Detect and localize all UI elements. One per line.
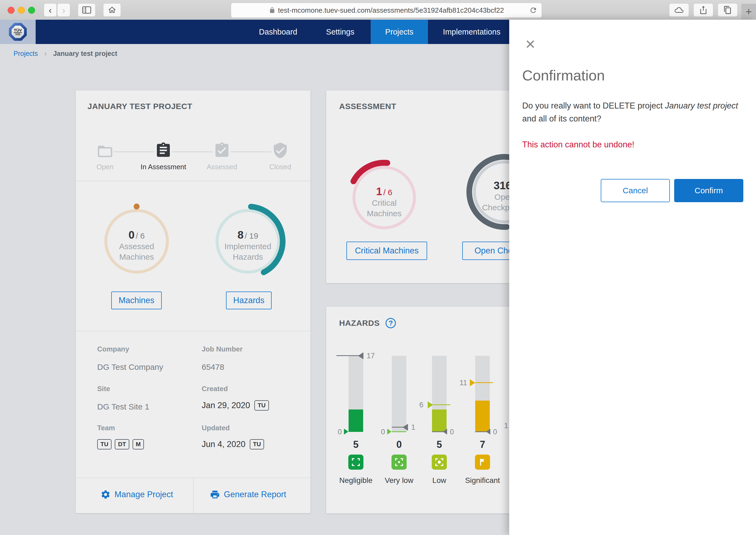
gauge-label: Hazards [233, 252, 263, 262]
close-icon[interactable]: ✕ [525, 38, 536, 51]
gauge-total: / 19 [245, 231, 258, 240]
marker-line [392, 427, 403, 428]
job-number-value: 65478 [202, 362, 224, 372]
zero-marker-line [432, 431, 444, 432]
forward-button[interactable]: › [57, 3, 70, 17]
critical-machines-button[interactable]: Critical Machines [346, 241, 427, 260]
zero-marker-arrow-icon [344, 429, 348, 435]
message-suffix: and all of its content? [522, 114, 601, 123]
job-number-label: Job Number [202, 345, 243, 353]
assessment-card-title: ASSESSMENT [339, 102, 396, 111]
team-badges: TU DT M [97, 439, 144, 449]
breadcrumb-projects-link[interactable]: Projects [14, 50, 38, 58]
gear-icon [101, 490, 111, 500]
step-assessed: Assessed [200, 163, 244, 171]
printer-icon [210, 490, 220, 500]
zero-marker-arrow-icon [486, 429, 490, 435]
user-badge: TU [250, 439, 264, 449]
home-icon [108, 6, 116, 14]
help-icon[interactable]: ? [386, 318, 396, 328]
bar-value: 5 [432, 439, 447, 450]
step-in-assessment: In Assessment [139, 163, 188, 171]
updated-label: Updated [202, 424, 230, 432]
forward-icon: › [62, 5, 65, 14]
clipboard-icon [155, 142, 172, 159]
tab-implementations[interactable]: Implementations [430, 20, 513, 44]
step-closed: Closed [259, 163, 302, 171]
clipped-marker-label: 1 [504, 422, 508, 430]
manage-project-button[interactable]: Manage Project [101, 490, 173, 500]
breadcrumb-current: January test project [53, 50, 117, 58]
shield-check-icon [272, 142, 289, 159]
project-card: JANUARY TEST PROJECT Open In Assessment … [75, 90, 310, 513]
address-bar[interactable]: test-mcomone.tuev-sued.com/assessments/5… [231, 3, 542, 18]
tab-dashboard[interactable]: Dashboard [251, 20, 305, 44]
plus-icon: + [745, 6, 752, 18]
logo-text-top: TÜV [14, 28, 22, 33]
project-card-title: JANUARY TEST PROJECT [87, 102, 192, 111]
generate-report-label: Generate Report [224, 490, 286, 499]
zero-marker-label: 0 [450, 428, 454, 436]
bar-value: 5 [349, 439, 363, 450]
hazards-button[interactable]: Hazards [226, 292, 272, 309]
tabs-icon [723, 6, 732, 14]
warning-text: This action cannot be undone! [522, 140, 634, 150]
tab-projects[interactable]: Projects [371, 20, 428, 44]
company-label: Company [97, 345, 129, 353]
implemented-hazards-gauge-text: 8 / 19 Implemented Hazards [207, 229, 288, 262]
marker-arrow-icon [403, 424, 408, 431]
tab-overview-button[interactable] [718, 3, 738, 17]
lock-icon [269, 7, 276, 14]
confirmation-message: Do you really want to DELETE project Jan… [522, 99, 738, 125]
divider [193, 477, 193, 513]
marker-label: 6 [419, 401, 423, 409]
created-date: Jan 29, 2020 [202, 401, 250, 410]
gauge-label: Machines [119, 252, 154, 262]
back-button[interactable]: ‹ [44, 3, 57, 17]
cancel-button[interactable]: Cancel [601, 179, 670, 202]
step-connector [113, 152, 155, 152]
icloud-tabs-button[interactable] [669, 3, 689, 17]
bar-value: 7 [475, 439, 490, 450]
tab-settings[interactable]: Settings [313, 20, 367, 44]
zero-marker-line [392, 431, 406, 432]
sidebar-icon [82, 6, 92, 14]
clipboard-check-icon [213, 142, 231, 159]
tuv-sud-logo[interactable]: TÜV SÜD [0, 20, 36, 44]
zero-marker-line [475, 431, 487, 432]
home-button[interactable] [103, 3, 121, 17]
bar-track [392, 356, 406, 432]
user-badge: M [132, 439, 144, 449]
refresh-icon[interactable] [529, 6, 537, 14]
team-label: Team [97, 424, 115, 432]
zero-marker-arrow-icon [387, 429, 392, 435]
gauge-progress-dot [134, 204, 140, 210]
logo-text-bottom: SÜD [15, 33, 20, 36]
share-button[interactable] [693, 3, 713, 17]
significant-flag-icon [475, 455, 490, 470]
new-tab-button[interactable]: + [741, 4, 756, 20]
minimize-window-button[interactable] [18, 7, 25, 14]
hazards-card-title: HAZARDS [339, 319, 380, 328]
sidebar-toggle-button[interactable] [78, 3, 96, 17]
bar-fill-negligible [349, 409, 363, 432]
zero-marker-label: 0 [381, 428, 385, 436]
step-connector [230, 152, 271, 152]
negligible-frame-icon [348, 455, 363, 470]
low-focus-icon [432, 455, 447, 470]
breadcrumb: Projects › January test project [14, 50, 117, 58]
marker-arrow-icon [428, 401, 433, 408]
zero-marker-label: 0 [493, 428, 497, 436]
marker-line [336, 355, 359, 356]
marker-label: 17 [367, 352, 375, 360]
gauge-total: / 6 [136, 231, 145, 240]
machines-button[interactable]: Machines [111, 292, 162, 309]
confirm-button[interactable]: Confirm [674, 179, 743, 202]
close-window-button[interactable] [8, 7, 15, 14]
generate-report-button[interactable]: Generate Report [210, 490, 286, 500]
zero-marker-label: 0 [338, 428, 342, 436]
url-text: test-mcomone.tuev-sued.com/assessments/5… [278, 6, 504, 14]
step-connector [172, 152, 213, 152]
zoom-window-button[interactable] [28, 7, 35, 14]
marker-line [433, 404, 451, 405]
